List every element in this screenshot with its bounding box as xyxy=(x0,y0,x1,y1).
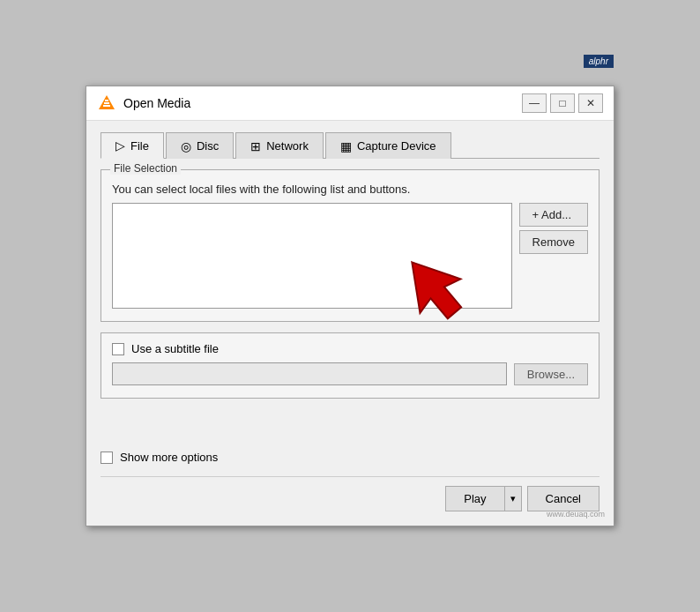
watermark: www.deuaq.com xyxy=(547,510,605,519)
cancel-button[interactable]: Cancel xyxy=(527,486,599,511)
show-more-label: Show more options xyxy=(120,451,218,464)
svg-rect-1 xyxy=(103,105,110,107)
file-selection-section: File Selection You can select local file… xyxy=(101,169,599,322)
capture-tab-icon: ▦ xyxy=(340,139,352,153)
file-list[interactable] xyxy=(112,203,512,309)
open-media-window: Open Media — □ ✕ ▷ File ◎ Disc ⊞ xyxy=(86,86,614,526)
tab-network-label: Network xyxy=(266,139,309,153)
subtitle-section: Use a subtitle file Browse... xyxy=(101,332,599,399)
window-title: Open Media xyxy=(123,96,522,110)
tab-file-label: File xyxy=(130,139,149,153)
tab-bar: ▷ File ◎ Disc ⊞ Network ▦ Capture Device xyxy=(101,131,599,159)
title-bar: Open Media — □ ✕ xyxy=(86,86,614,121)
network-tab-icon: ⊞ xyxy=(250,139,261,153)
tab-disc[interactable]: ◎ Disc xyxy=(166,132,234,159)
remove-button[interactable]: Remove xyxy=(519,230,588,254)
file-tab-icon: ▷ xyxy=(115,138,125,153)
tab-network[interactable]: ⊞ Network xyxy=(235,132,324,159)
subtitle-file-row: Browse... xyxy=(112,362,588,385)
show-more-checkbox[interactable] xyxy=(101,452,113,464)
file-buttons: + Add... Remove xyxy=(519,203,588,254)
svg-rect-2 xyxy=(104,102,109,104)
alphr-badge: alphr xyxy=(584,55,614,68)
subtitle-input[interactable] xyxy=(112,362,507,385)
file-selection-legend: File Selection xyxy=(110,162,181,175)
vlc-icon xyxy=(97,93,116,113)
footer-buttons: Play ▾ Cancel xyxy=(101,476,599,511)
file-selection-description: You can select local files with the foll… xyxy=(112,183,588,196)
subtitle-checkbox-label: Use a subtitle file xyxy=(131,342,219,355)
tab-capture[interactable]: ▦ Capture Device xyxy=(325,132,451,159)
play-button-group: Play ▾ xyxy=(445,486,521,511)
show-more-row: Show more options xyxy=(101,442,599,464)
tab-capture-label: Capture Device xyxy=(357,139,436,153)
window-content: ▷ File ◎ Disc ⊞ Network ▦ Capture Device xyxy=(86,121,614,526)
svg-rect-3 xyxy=(105,100,108,101)
file-area: + Add... Remove xyxy=(112,203,588,309)
close-button[interactable]: ✕ xyxy=(578,93,603,113)
play-button[interactable]: Play xyxy=(445,486,504,511)
window-controls: — □ ✕ xyxy=(522,93,603,113)
subtitle-checkbox-row: Use a subtitle file xyxy=(112,342,588,355)
subtitle-checkbox[interactable] xyxy=(112,343,124,355)
minimize-button[interactable]: — xyxy=(522,93,547,113)
tab-file[interactable]: ▷ File xyxy=(101,132,164,159)
browse-button[interactable]: Browse... xyxy=(514,363,588,385)
disc-tab-icon: ◎ xyxy=(181,139,191,153)
tab-disc-label: Disc xyxy=(197,139,219,153)
add-button[interactable]: + Add... xyxy=(519,203,588,227)
play-dropdown-button[interactable]: ▾ xyxy=(505,486,522,511)
maximize-button[interactable]: □ xyxy=(550,93,575,113)
